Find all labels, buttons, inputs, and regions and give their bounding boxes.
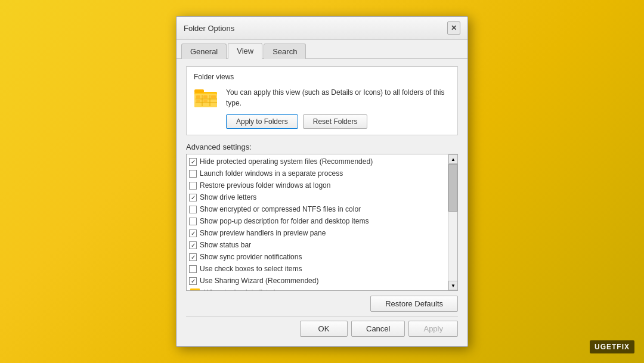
apply-button[interactable]: Apply (408, 321, 458, 337)
dialog-content: Folder views (177, 59, 467, 346)
checkbox-use-sharing[interactable] (189, 277, 197, 285)
settings-list-container: Hide protected operating system files (R… (186, 154, 458, 291)
svg-rect-1 (194, 89, 204, 93)
apply-to-folders-button[interactable]: Apply to Folders (226, 114, 298, 129)
svg-rect-9 (211, 95, 216, 98)
checkbox-show-preview[interactable] (189, 229, 197, 237)
scrollbar-up-arrow[interactable]: ▲ (448, 154, 458, 164)
svg-rect-13 (191, 290, 194, 290)
svg-rect-11 (203, 100, 208, 102)
setting-show-drive-letters[interactable]: Show drive letters (187, 191, 448, 203)
setting-use-checkboxes[interactable]: Use check boxes to select items (187, 263, 448, 275)
setting-show-sync[interactable]: Show sync provider notifications (187, 251, 448, 263)
tab-bar: General View Search (177, 40, 467, 59)
checkbox-show-sync[interactable] (189, 253, 197, 261)
checkbox-show-status[interactable] (189, 241, 197, 249)
svg-rect-7 (196, 95, 200, 98)
folder-views-buttons: Apply to Folders Reset Folders (226, 114, 450, 129)
advanced-settings-label: Advanced settings: (186, 142, 458, 151)
checkbox-restore-previous[interactable] (189, 182, 197, 190)
checkbox-hide-protected[interactable] (189, 158, 197, 166)
setting-show-popup[interactable]: Show pop-up description for folder and d… (187, 215, 448, 227)
folder-views-text: You can apply this view (such as Details… (226, 87, 450, 129)
setting-hide-protected[interactable]: Hide protected operating system files (R… (187, 156, 448, 167)
checkbox-show-encrypted[interactable] (189, 206, 197, 213)
restore-defaults-button[interactable]: Restore Defaults (370, 296, 458, 312)
svg-rect-8 (203, 95, 208, 98)
cancel-button[interactable]: Cancel (351, 321, 405, 337)
dialog-title: Folder Options (184, 24, 234, 33)
scrollbar-thumb[interactable] (448, 164, 457, 212)
setting-launch-folder[interactable]: Launch folder windows in a separate proc… (187, 167, 448, 179)
setting-restore-previous[interactable]: Restore previous folder windows at logon (187, 179, 448, 191)
setting-when-typing: When typing into list view (187, 287, 448, 290)
checkbox-launch-folder[interactable] (189, 170, 197, 178)
checkbox-use-checkboxes[interactable] (189, 265, 197, 273)
folder-icon (194, 87, 219, 111)
reset-folders-button[interactable]: Reset Folders (303, 114, 368, 129)
tab-general[interactable]: General (181, 44, 227, 59)
title-bar: Folder Options ✕ (177, 17, 467, 40)
scrollbar-track[interactable]: ▲ ▼ (448, 154, 457, 290)
folder-views-inner: You can apply this view (such as Details… (194, 87, 450, 129)
checkbox-show-drive-letters[interactable] (189, 194, 197, 201)
restore-defaults-area: Restore Defaults (186, 291, 458, 315)
tab-view[interactable]: View (228, 43, 262, 59)
folder-views-box: Folder views (186, 66, 458, 135)
folder-views-description: You can apply this view (such as Details… (226, 87, 450, 108)
svg-rect-10 (196, 100, 200, 102)
settings-list[interactable]: Hide protected operating system files (R… (187, 154, 448, 290)
setting-show-status[interactable]: Show status bar (187, 239, 448, 251)
folder-views-title: Folder views (194, 73, 450, 81)
ok-button[interactable]: OK (300, 321, 348, 337)
dialog-footer-ok: OK Cancel Apply (186, 317, 458, 339)
setting-use-sharing[interactable]: Use Sharing Wizard (Recommended) (187, 275, 448, 287)
scrollbar-down-arrow[interactable]: ▼ (448, 281, 458, 290)
watermark: UGETFIX (590, 340, 634, 353)
folder-options-dialog: Folder Options ✕ General View Search Fol… (176, 16, 468, 347)
checkbox-show-popup[interactable] (189, 218, 197, 225)
setting-show-encrypted[interactable]: Show encrypted or compressed NTFS files … (187, 203, 448, 215)
setting-show-preview[interactable]: Show preview handlers in preview pane (187, 227, 448, 239)
tab-search[interactable]: Search (264, 44, 306, 59)
folder-group-icon (190, 288, 200, 290)
close-button[interactable]: ✕ (447, 21, 460, 35)
